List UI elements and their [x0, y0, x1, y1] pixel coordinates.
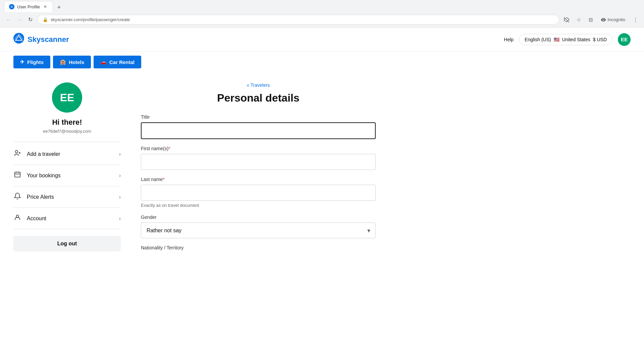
title-input[interactable] [141, 122, 376, 139]
active-tab[interactable]: S User Profile ✕ [4, 1, 53, 12]
eye-slash-icon [562, 15, 571, 24]
logo-icon [13, 33, 24, 46]
main-content: EE Hi there! ee76def7@moodjoy.com Add a … [0, 72, 644, 267]
browser-chrome: S User Profile ✕ + ← → ↻ 🔒 skyscanner.co… [0, 0, 644, 27]
account-chevron: › [119, 216, 121, 222]
bookings-chevron: › [119, 173, 121, 179]
sidebar-item-label-price-alerts: Price Alerts [27, 194, 54, 200]
currency-label: $ USD [593, 37, 607, 42]
car-rental-label: Car Rental [109, 59, 135, 65]
first-name-input[interactable] [141, 154, 376, 170]
hotels-nav-button[interactable]: 🏨 Hotels [53, 56, 91, 68]
header-right: Help English (US) 🇺🇸 United States $ USD… [504, 33, 631, 46]
forward-button[interactable]: → [15, 15, 24, 24]
flights-label: Flights [27, 59, 44, 65]
site-header: Skyscanner Help English (US) 🇺🇸 United S… [0, 27, 644, 52]
sidebar-item-label-account: Account [27, 216, 46, 222]
first-name-required-star: * [168, 146, 170, 151]
new-tab-button[interactable]: + [54, 3, 64, 12]
sidebar-item-price-alerts[interactable]: Price Alerts › [13, 186, 121, 208]
profile-avatar: EE [52, 82, 82, 113]
sidebar-menu: Add a traveler › Your bookings › [13, 143, 121, 229]
flights-nav-button[interactable]: ✈ Flights [13, 56, 50, 68]
account-icon [13, 214, 21, 223]
svg-rect-5 [15, 172, 20, 177]
car-icon: 🚗 [100, 59, 107, 65]
form-title: Personal details [141, 92, 376, 104]
tab-close-button[interactable]: ✕ [43, 4, 48, 9]
profile-section: EE Hi there! ee76def7@moodjoy.com [13, 82, 121, 142]
profile-greeting: Hi there! [52, 118, 82, 127]
logout-button[interactable]: Log out [13, 236, 121, 251]
hotels-icon: 🏨 [60, 59, 66, 65]
site-nav: ✈ Flights 🏨 Hotels 🚗 Car Rental [0, 52, 644, 72]
breadcrumb[interactable]: « Travelers [141, 82, 376, 88]
sidebar-item-left: Add a traveler [13, 149, 60, 159]
address-bar[interactable]: 🔒 skyscanner.com/profile/passenger/creat… [38, 15, 559, 24]
gender-label: Gender [141, 215, 376, 220]
sidebar-item-label-add-traveler: Add a traveler [27, 151, 60, 157]
last-name-label: Last name* [141, 177, 376, 182]
flag-icon: 🇺🇸 [554, 37, 559, 42]
profile-email: ee76def7@moodjoy.com [43, 129, 91, 134]
url-text: skyscanner.com/profile/passenger/create [51, 17, 130, 22]
last-name-input[interactable] [141, 185, 376, 201]
sidebar-icon[interactable]: ⊟ [586, 15, 595, 24]
nav-buttons: ← → ↻ [4, 15, 35, 24]
gender-select-wrapper: Rather not say Male Female Non-binary [141, 223, 376, 238]
add-traveler-chevron: › [119, 151, 121, 157]
last-name-field-group: Last name* Exactly as on travel document [141, 177, 376, 208]
sidebar-item-add-traveler[interactable]: Add a traveler › [13, 143, 121, 165]
sidebar-item-left: Price Alerts [13, 192, 54, 201]
car-rental-nav-button[interactable]: 🚗 Car Rental [94, 56, 141, 68]
flights-icon: ✈ [20, 59, 24, 65]
back-button[interactable]: ← [4, 15, 13, 24]
logo[interactable]: Skyscanner [13, 33, 69, 46]
sidebar-item-left: Your bookings [13, 171, 61, 180]
logo-text: Skyscanner [28, 35, 69, 44]
nationality-field-group: Nationality / Territory [141, 245, 376, 250]
tab-title: User Profile [17, 4, 40, 9]
last-name-required-star: * [163, 177, 164, 182]
sidebar-item-label-bookings: Your bookings [27, 173, 61, 179]
sidebar-item-your-bookings[interactable]: Your bookings › [13, 165, 121, 186]
reload-button[interactable]: ↻ [25, 15, 35, 24]
tab-bar: S User Profile ✕ + [0, 0, 644, 12]
sidebar-item-left: Account [13, 214, 46, 223]
menu-icon[interactable]: ⋮ [631, 15, 640, 24]
lock-icon: 🔒 [43, 17, 48, 22]
title-label: Title [141, 114, 376, 120]
sidebar-divider [13, 142, 121, 142]
first-name-label: First name(s)* [141, 146, 376, 151]
form-area: « Travelers Personal details Title First… [141, 82, 376, 257]
tab-favicon: S [9, 4, 14, 9]
gender-field-group: Gender Rather not say Male Female Non-bi… [141, 215, 376, 238]
price-alerts-icon [13, 192, 21, 201]
hotels-label: Hotels [69, 59, 84, 65]
incognito-label: Incognito [607, 17, 625, 22]
page: Skyscanner Help English (US) 🇺🇸 United S… [0, 27, 644, 362]
incognito-badge: Incognito [598, 16, 628, 24]
first-name-field-group: First name(s)* [141, 146, 376, 170]
star-icon[interactable]: ☆ [574, 15, 583, 24]
help-link[interactable]: Help [504, 37, 514, 42]
browser-toolbar: ← → ↻ 🔒 skyscanner.com/profile/passenger… [0, 12, 644, 27]
title-field-group: Title [141, 114, 376, 139]
last-name-hint: Exactly as on travel document [141, 203, 376, 208]
region-label: United States [562, 37, 590, 42]
svg-point-2 [15, 150, 18, 153]
language-selector[interactable]: English (US) 🇺🇸 United States $ USD [519, 34, 612, 45]
language-label: English (US) [525, 37, 551, 42]
sidebar: EE Hi there! ee76def7@moodjoy.com Add a … [13, 82, 121, 257]
price-alerts-chevron: › [119, 194, 121, 200]
gender-select[interactable]: Rather not say Male Female Non-binary [141, 223, 376, 238]
user-avatar[interactable]: EE [618, 33, 631, 46]
nationality-label: Nationality / Territory [141, 245, 376, 250]
browser-right-icons: ☆ ⊟ Incognito ⋮ [562, 15, 640, 24]
sidebar-item-account[interactable]: Account › [13, 208, 121, 229]
bookings-icon [13, 171, 21, 180]
add-traveler-icon [13, 149, 21, 159]
